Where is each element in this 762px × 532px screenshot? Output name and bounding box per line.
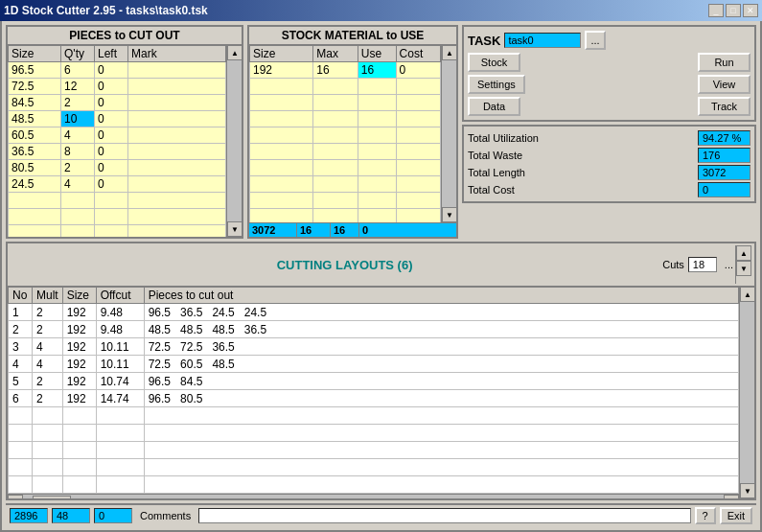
title-bar-controls: _ □ ✕ xyxy=(708,4,758,17)
stock-col-use: Use xyxy=(358,46,396,62)
stock-scroll-area: Size Max Use Cost 192 16 16 0 xyxy=(249,45,456,222)
layout-table: No Mult Size Offcut Pieces to cut out 1 … xyxy=(8,287,739,494)
data-button[interactable]: Data xyxy=(468,97,520,116)
task-buttons-row2: Settings View xyxy=(468,75,750,94)
cuts-row: Cuts 18 xyxy=(662,257,717,272)
close-button[interactable]: ✕ xyxy=(743,4,758,17)
cuts-label: Cuts xyxy=(662,259,684,270)
table-row xyxy=(9,442,739,459)
stock-total-use: 16 xyxy=(331,223,359,237)
title-bar-text: 1D Stock Cutter 2.95 - tasks\task0.tsk xyxy=(4,4,208,17)
exit-button[interactable]: Exit xyxy=(720,507,752,524)
task-section: TASK ... Stock Run Settings View Data Tr… xyxy=(462,25,756,122)
scroll-h-thumb[interactable] xyxy=(33,496,71,499)
task-name-input[interactable] xyxy=(504,33,581,48)
task-label: TASK xyxy=(468,34,500,48)
table-row: 24.5 4 0 xyxy=(9,176,226,193)
run-button[interactable]: Run xyxy=(698,53,750,72)
scroll-down-btn[interactable]: ▼ xyxy=(740,483,754,498)
layout-ellipsis[interactable]: ... xyxy=(725,259,733,270)
table-row xyxy=(250,111,441,127)
pieces-col-qty: Q'ty xyxy=(61,46,95,62)
scroll-down-btn[interactable]: ▼ xyxy=(736,261,751,276)
maximize-button[interactable]: □ xyxy=(726,4,741,17)
top-area: PIECES to CUT OUT Size Q'ty Left Mark xyxy=(6,25,756,239)
scroll-up-btn[interactable]: ▲ xyxy=(736,245,751,261)
layout-table-area: No Mult Size Offcut Pieces to cut out 1 … xyxy=(8,287,739,498)
settings-button[interactable]: Settings xyxy=(468,75,525,94)
total-cost-label: Total Cost xyxy=(468,184,694,196)
cuts-value: 18 xyxy=(688,257,717,272)
comments-input[interactable] xyxy=(198,508,690,523)
scroll-track[interactable] xyxy=(740,302,754,483)
view-button[interactable]: View xyxy=(698,75,750,94)
stock-table-scroll: Size Max Use Cost 192 16 16 0 xyxy=(249,45,441,222)
layout-scrollbar-h[interactable]: ◄ ► xyxy=(8,494,739,498)
stock-col-size: Size xyxy=(250,46,313,62)
layout-scrollbar-v[interactable]: ▲ ▼ xyxy=(735,245,750,284)
total-waste-label: Total Waste xyxy=(468,150,694,161)
status-value2: 48 xyxy=(52,508,90,523)
table-row xyxy=(250,176,441,193)
scroll-right-btn[interactable]: ► xyxy=(724,495,739,499)
layout-col-offcut: Offcut xyxy=(96,288,144,304)
cutting-layouts-panel: CUTTING LAYOUTS (6) Cuts 18 ... ▲ ▼ No xyxy=(6,242,756,500)
scroll-up-btn[interactable]: ▲ xyxy=(227,45,242,60)
status-value3: 0 xyxy=(94,508,132,523)
total-cost-value: 0 xyxy=(698,182,750,197)
pieces-table: Size Q'ty Left Mark 96.5 6 0 xyxy=(8,45,226,237)
table-row: 4 4 192 10.11 72.5 60.5 48.5 xyxy=(9,356,739,373)
comments-label: Comments xyxy=(136,510,195,521)
table-row xyxy=(250,193,441,209)
table-row xyxy=(9,476,739,494)
table-row: 3 4 192 10.11 72.5 72.5 36.5 xyxy=(9,338,739,356)
pieces-panel: PIECES to CUT OUT Size Q'ty Left Mark xyxy=(6,25,243,239)
layout-scrollbar-v2[interactable]: ▲ ▼ xyxy=(739,287,754,498)
stock-panel: STOCK MATERIAL to USE Size Max Use Cost xyxy=(247,25,458,239)
scroll-up-btn[interactable]: ▲ xyxy=(740,287,754,302)
table-row: 48.5 10 0 xyxy=(9,111,226,127)
table-row: 80.5 2 0 xyxy=(9,160,226,176)
main-window: PIECES to CUT OUT Size Q'ty Left Mark xyxy=(0,21,762,532)
table-row: 6 2 192 14.74 96.5 80.5 xyxy=(9,390,739,407)
scroll-down-btn[interactable]: ▼ xyxy=(442,207,456,222)
minimize-button[interactable]: _ xyxy=(708,4,724,17)
task-name-row: TASK ... xyxy=(468,31,750,50)
scroll-track[interactable] xyxy=(442,60,456,207)
pieces-table-scroll: Size Q'ty Left Mark 96.5 6 0 xyxy=(8,45,226,237)
layout-col-pieces: Pieces to cut out xyxy=(144,288,738,304)
table-row: 2 2 192 9.48 48.5 48.5 48.5 36.5 xyxy=(9,321,739,338)
stock-col-max: Max xyxy=(313,46,358,62)
cutting-layouts-header: CUTTING LAYOUTS (6) Cuts 18 ... ▲ ▼ xyxy=(8,243,754,287)
task-buttons-row3: Data Track xyxy=(468,97,750,116)
scroll-up-btn[interactable]: ▲ xyxy=(442,45,456,60)
table-row xyxy=(250,95,441,111)
pieces-col-mark: Mark xyxy=(128,46,226,62)
stock-table: Size Max Use Cost 192 16 16 0 xyxy=(249,45,441,222)
scroll-track[interactable] xyxy=(227,60,242,221)
pieces-scroll-area: Size Q'ty Left Mark 96.5 6 0 xyxy=(8,45,242,237)
pieces-col-size: Size xyxy=(9,46,61,62)
pieces-panel-header: PIECES to CUT OUT xyxy=(8,27,242,45)
table-row xyxy=(250,79,441,95)
scroll-left-btn[interactable]: ◄ xyxy=(8,495,23,499)
table-row xyxy=(9,209,226,225)
help-button[interactable]: ? xyxy=(695,507,716,524)
total-waste-row: Total Waste 176 xyxy=(468,148,750,163)
pieces-scrollbar[interactable]: ▲ ▼ xyxy=(226,45,242,237)
track-button[interactable]: Track xyxy=(698,97,750,116)
stock-scrollbar[interactable]: ▲ ▼ xyxy=(441,45,456,222)
scroll-down-btn[interactable]: ▼ xyxy=(227,221,242,237)
stats-section: Total Utilization 94.27 % Total Waste 17… xyxy=(462,125,756,203)
table-row: 84.5 2 0 xyxy=(9,95,226,111)
table-row: 72.5 12 0 xyxy=(9,79,226,95)
status-value1: 2896 xyxy=(10,508,48,523)
stock-button[interactable]: Stock xyxy=(468,53,520,72)
scroll-h-track[interactable] xyxy=(23,495,724,499)
table-row xyxy=(250,144,441,160)
layout-col-mult: Mult xyxy=(33,288,63,304)
pieces-col-left: Left xyxy=(95,46,128,62)
task-ellipsis-button[interactable]: ... xyxy=(585,31,605,50)
table-row xyxy=(9,425,739,442)
task-buttons-row1: Stock Run xyxy=(468,53,750,72)
